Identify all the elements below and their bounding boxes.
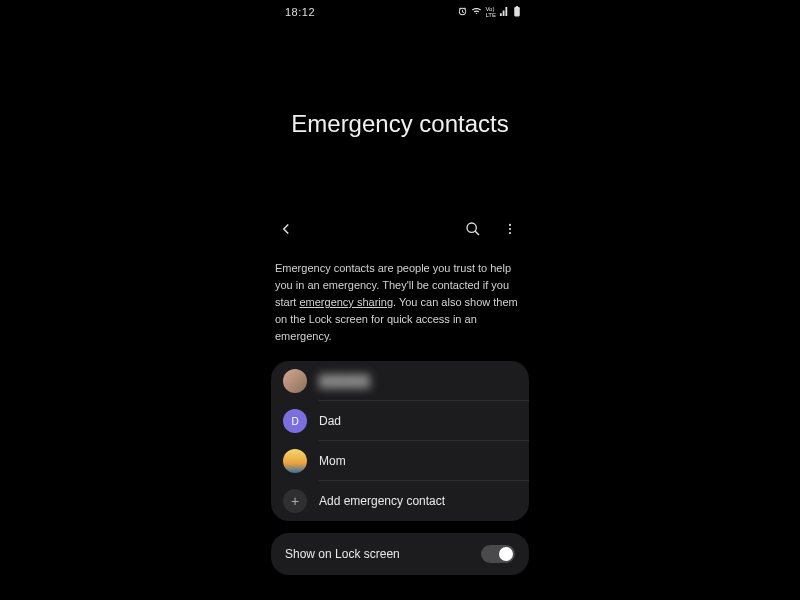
contact-row[interactable]: D Dad bbox=[271, 401, 529, 441]
svg-rect-1 bbox=[516, 6, 518, 7]
svg-point-4 bbox=[509, 228, 511, 230]
back-button[interactable] bbox=[273, 216, 299, 242]
toggle-knob bbox=[499, 547, 513, 561]
svg-point-2 bbox=[467, 223, 476, 232]
svg-point-3 bbox=[509, 224, 511, 226]
contact-row[interactable]: Mom bbox=[271, 441, 529, 481]
contact-row[interactable]: ██████ bbox=[271, 361, 529, 401]
status-bar: 18:12 Vo)LTE bbox=[265, 0, 535, 22]
emergency-sharing-link[interactable]: emergency sharing bbox=[299, 296, 393, 308]
alarm-icon bbox=[457, 6, 468, 19]
svg-rect-0 bbox=[514, 7, 520, 16]
lock-screen-card: Show on Lock screen bbox=[271, 533, 529, 575]
avatar bbox=[283, 369, 307, 393]
lock-screen-label: Show on Lock screen bbox=[285, 547, 400, 561]
status-time: 18:12 bbox=[285, 6, 315, 18]
signal-icon bbox=[499, 6, 510, 19]
status-icons: Vo)LTE bbox=[457, 6, 521, 19]
avatar: D bbox=[283, 409, 307, 433]
description-text: Emergency contacts are people you trust … bbox=[265, 260, 535, 345]
phone-screen: 18:12 Vo)LTE Emergency contacts bbox=[265, 0, 535, 600]
search-button[interactable] bbox=[461, 217, 485, 241]
battery-icon bbox=[513, 6, 521, 19]
contact-name: ██████ bbox=[319, 374, 370, 388]
wifi-icon bbox=[471, 6, 482, 19]
more-button[interactable] bbox=[499, 218, 521, 240]
plus-icon: + bbox=[283, 489, 307, 513]
avatar bbox=[283, 449, 307, 473]
contact-name: Dad bbox=[319, 414, 341, 428]
contact-name: Mom bbox=[319, 454, 346, 468]
add-contact-row[interactable]: + Add emergency contact bbox=[271, 481, 529, 521]
toolbar bbox=[265, 216, 535, 242]
contacts-card: ██████ D Dad Mom + Add emergency contact bbox=[271, 361, 529, 521]
add-contact-label: Add emergency contact bbox=[319, 494, 445, 508]
lock-screen-toggle[interactable] bbox=[481, 545, 515, 563]
volte-icon: Vo)LTE bbox=[485, 6, 496, 18]
svg-point-5 bbox=[509, 232, 511, 234]
page-title: Emergency contacts bbox=[265, 110, 535, 138]
